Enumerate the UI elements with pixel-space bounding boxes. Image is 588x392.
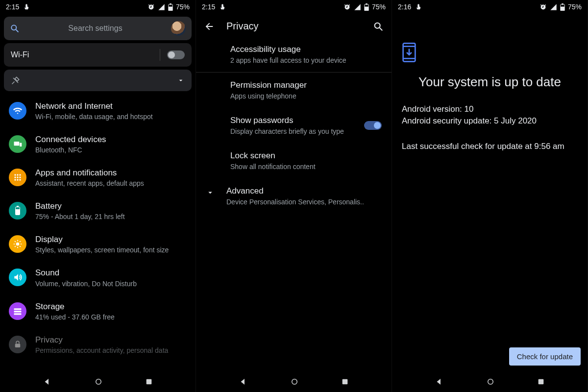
back-button[interactable] bbox=[204, 21, 215, 32]
item-lock-screen[interactable]: Lock screen Show all notification conten… bbox=[196, 143, 392, 178]
nav-home[interactable] bbox=[290, 377, 299, 386]
svg-point-10 bbox=[14, 177, 16, 178]
svg-rect-23 bbox=[15, 343, 21, 347]
svg-point-9 bbox=[19, 174, 21, 176]
battery-icon-round bbox=[9, 202, 26, 220]
item-apps[interactable]: Apps and notificationsAssistant, recent … bbox=[0, 161, 196, 194]
battery-percent: 75% bbox=[568, 3, 582, 11]
item-advanced[interactable]: Advanced Device Personalisation Services… bbox=[196, 178, 392, 214]
svg-point-29 bbox=[375, 23, 380, 28]
battery-icon bbox=[560, 3, 565, 11]
svg-point-3 bbox=[11, 25, 16, 30]
nav-bar bbox=[0, 371, 196, 392]
status-bar: 2:15 75% bbox=[0, 0, 196, 14]
show-passwords-toggle[interactable] bbox=[364, 121, 382, 130]
avatar[interactable] bbox=[171, 21, 186, 36]
touch-icon bbox=[23, 3, 30, 10]
storage-icon bbox=[9, 302, 26, 320]
nav-back[interactable] bbox=[435, 377, 443, 386]
page-title: Privacy bbox=[226, 21, 361, 32]
svg-line-30 bbox=[380, 27, 383, 30]
item-show-passwords[interactable]: Show passwords Display characters briefl… bbox=[196, 108, 392, 143]
chevron-down-icon bbox=[177, 76, 185, 84]
item-battery[interactable]: Battery75% - About 1 day, 21 hrs left bbox=[0, 194, 196, 227]
nav-bar bbox=[392, 371, 588, 392]
svg-rect-18 bbox=[16, 207, 20, 209]
svg-rect-27 bbox=[366, 3, 368, 4]
display-icon bbox=[9, 235, 26, 253]
clock: 2:15 bbox=[6, 3, 19, 11]
apps-icon bbox=[9, 169, 26, 186]
nav-home[interactable] bbox=[94, 377, 103, 386]
search-icon bbox=[10, 24, 20, 33]
system-update-panel: 2:16 75% Your system is up to date Andro… bbox=[392, 0, 588, 392]
nav-recent[interactable] bbox=[341, 378, 349, 386]
privacy-list: Accessibility usage 2 apps have full acc… bbox=[196, 37, 392, 214]
svg-rect-2 bbox=[169, 4, 172, 6]
wifi-toggle[interactable] bbox=[167, 50, 185, 59]
signal-icon bbox=[550, 3, 557, 11]
nav-recent[interactable] bbox=[145, 378, 153, 386]
app-bar: Privacy bbox=[196, 14, 392, 37]
search-button[interactable] bbox=[373, 21, 384, 32]
touch-icon bbox=[219, 3, 226, 10]
item-network[interactable]: Network and InternetWi-Fi, mobile, data … bbox=[0, 94, 196, 127]
svg-rect-32 bbox=[343, 379, 348, 385]
item-permission-manager[interactable]: Permission manager Apps using telephone bbox=[196, 73, 392, 108]
item-accessibility-usage[interactable]: Accessibility usage 2 apps have full acc… bbox=[196, 37, 392, 72]
svg-rect-28 bbox=[365, 4, 368, 6]
nav-bar bbox=[196, 371, 392, 392]
satellite-off-icon bbox=[11, 75, 21, 85]
search-settings[interactable]: Search settings bbox=[4, 17, 192, 40]
svg-rect-21 bbox=[14, 311, 22, 312]
battery-percent: 75% bbox=[372, 3, 386, 11]
svg-rect-35 bbox=[561, 4, 564, 6]
item-connected-devices[interactable]: Connected devicesBluetooth, NFC bbox=[0, 127, 196, 161]
svg-point-19 bbox=[16, 243, 20, 246]
check-for-update-button[interactable]: Check for update bbox=[509, 347, 581, 366]
status-bar: 2:16 75% bbox=[392, 0, 588, 14]
chevron-down-icon bbox=[206, 188, 215, 197]
svg-rect-20 bbox=[14, 308, 22, 310]
nav-back[interactable] bbox=[239, 377, 247, 386]
settings-home-panel: 2:15 75% Search settings Wi-Fi bbox=[0, 0, 196, 392]
wifi-label: Wi-Fi bbox=[11, 50, 29, 59]
item-display[interactable]: DisplayStyles, wallpapers, screen timeou… bbox=[0, 227, 196, 261]
svg-point-12 bbox=[19, 177, 21, 178]
wifi-quick-tile[interactable]: Wi-Fi bbox=[4, 43, 192, 67]
svg-point-24 bbox=[96, 379, 101, 385]
nav-home[interactable] bbox=[486, 377, 495, 386]
svg-point-31 bbox=[292, 379, 297, 385]
quick-tile-collapsed[interactable] bbox=[4, 70, 192, 91]
status-bar: 2:15 75% bbox=[196, 0, 392, 14]
item-storage[interactable]: Storage41% used - 37.60 GB free bbox=[0, 294, 196, 328]
clock: 2:15 bbox=[202, 3, 215, 11]
svg-point-7 bbox=[14, 174, 16, 176]
svg-point-11 bbox=[17, 177, 18, 178]
svg-rect-5 bbox=[14, 142, 20, 146]
nav-recent[interactable] bbox=[537, 378, 545, 386]
battery-icon bbox=[364, 3, 369, 11]
security-update: Android security update: 5 July 2020 bbox=[402, 116, 578, 126]
signal-icon bbox=[158, 3, 165, 11]
svg-rect-40 bbox=[539, 379, 544, 385]
svg-point-14 bbox=[17, 179, 18, 181]
svg-point-13 bbox=[14, 179, 16, 181]
svg-line-4 bbox=[16, 30, 19, 32]
devices-icon bbox=[9, 135, 26, 153]
system-update-icon bbox=[402, 42, 578, 63]
item-sound[interactable]: SoundVolume, vibration, Do Not Disturb bbox=[0, 261, 196, 294]
alarm-icon bbox=[343, 3, 351, 11]
battery-percent: 75% bbox=[176, 3, 190, 11]
svg-rect-6 bbox=[20, 143, 22, 147]
search-placeholder: Search settings bbox=[24, 24, 166, 33]
svg-point-39 bbox=[488, 379, 493, 385]
update-headline: Your system is up to date bbox=[402, 74, 578, 90]
touch-icon bbox=[415, 3, 422, 10]
item-privacy[interactable]: PrivacyPermissions, account activity, pe… bbox=[0, 328, 196, 361]
svg-point-15 bbox=[19, 179, 21, 181]
svg-rect-34 bbox=[562, 3, 564, 4]
nav-back[interactable] bbox=[43, 377, 51, 386]
signal-icon bbox=[354, 3, 361, 11]
svg-rect-22 bbox=[14, 313, 22, 315]
